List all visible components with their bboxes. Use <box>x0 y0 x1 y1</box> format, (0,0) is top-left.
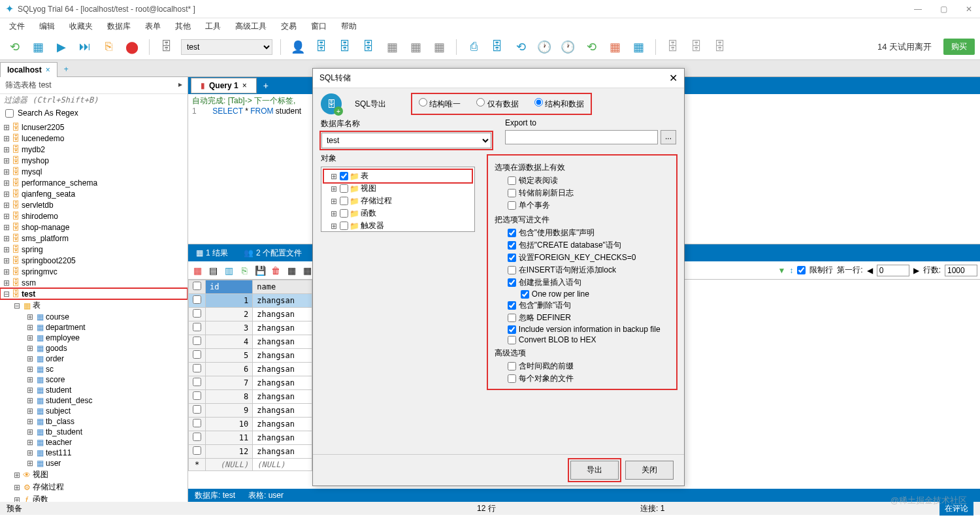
col-name[interactable]: name <box>253 280 312 294</box>
table-row[interactable]: 2zhangsan <box>189 308 312 321</box>
connection-tab-localhost[interactable]: localhost × <box>0 62 57 77</box>
import-icon[interactable]: 🗄 <box>488 38 506 56</box>
table-icon[interactable]: ▦ <box>383 38 401 56</box>
table-student[interactable]: ⊞▦ student <box>0 385 188 395</box>
table3-icon[interactable]: ▦ <box>430 38 448 56</box>
db-tool2-icon[interactable]: 🗄 <box>359 38 378 56</box>
table-user[interactable]: ⊞▦ user <box>0 458 188 468</box>
user-icon[interactable]: 👤 <box>289 38 307 56</box>
table-student_desc[interactable]: ⊞▦ student_desc <box>0 395 188 406</box>
opt-转储前刷新日志[interactable]: 转储前刷新日志 <box>495 187 670 199</box>
filter-icon[interactable]: ▼ <box>777 266 785 275</box>
opt-含时间戳的前缀[interactable]: 含时间戳的前缀 <box>495 360 670 372</box>
db-lucenedemo[interactable]: ⊞🗄 lucenedemo <box>0 133 188 144</box>
db-qianfeng_seata[interactable]: ⊞🗄 qianfeng_seata <box>0 188 188 199</box>
menu-表单[interactable]: 表单 <box>139 20 167 33</box>
table-tb_student[interactable]: ⊞▦ tb_student <box>0 427 188 437</box>
menu-收藏夹[interactable]: 收藏夹 <box>63 20 99 33</box>
table-row[interactable]: 5zhangsan <box>189 349 312 363</box>
form-view-icon[interactable]: ▤ <box>206 264 220 277</box>
query-tab-1[interactable]: ▮ Query 1 × <box>191 78 257 93</box>
schedule-icon[interactable]: 🕐 <box>535 38 553 56</box>
node-函数[interactable]: ⊞ƒ 函数 <box>0 493 188 502</box>
menu-其他[interactable]: 其他 <box>169 20 197 33</box>
layout2-icon[interactable]: ▦ <box>629 38 647 56</box>
menu-窗口[interactable]: 窗口 <box>304 20 333 33</box>
db-tool1-icon[interactable]: 🗄 <box>336 38 354 56</box>
new-query-icon[interactable]: ▦ <box>29 38 47 56</box>
save-icon[interactable]: 💾 <box>253 264 267 277</box>
grey3-icon[interactable]: 🗄 <box>711 38 729 56</box>
text-view-icon[interactable]: ▥ <box>222 264 235 277</box>
add-query-tab[interactable]: + <box>257 78 275 93</box>
close-icon[interactable]: ✕ <box>963 5 975 14</box>
result-tab-2[interactable]: 👥2 个配置文件 <box>236 245 310 261</box>
layout1-icon[interactable]: ▦ <box>606 38 624 56</box>
prev-icon[interactable]: ◀ <box>867 266 873 275</box>
obj-触发器[interactable]: ⊞ 📁 触发器 <box>324 220 472 232</box>
select-all-checkbox[interactable] <box>193 282 201 290</box>
export-button[interactable]: 导出 <box>570 461 619 480</box>
radio-0[interactable]: 结构唯一 <box>419 98 461 110</box>
db-shirodemo[interactable]: ⊞🗄 shirodemo <box>0 210 188 222</box>
db-test[interactable]: ⊟🗄 test <box>0 288 188 299</box>
obj-视图[interactable]: ⊞ 📁 视图 <box>324 182 472 195</box>
stop-icon[interactable]: ⬤ <box>123 38 141 56</box>
refresh2-icon[interactable]: ⟲ <box>582 38 600 56</box>
opt-每个对象的文件[interactable]: 每个对象的文件 <box>495 372 670 385</box>
menu-数据库[interactable]: 数据库 <box>101 20 137 33</box>
menu-交易[interactable]: 交易 <box>274 20 303 33</box>
table-goods[interactable]: ⊞▦ goods <box>0 343 188 353</box>
table-department[interactable]: ⊞▦ department <box>0 322 188 333</box>
table-row[interactable]: 8zhangsan <box>189 390 312 404</box>
obj-表[interactable]: ⊞ 📁 表 <box>324 170 472 182</box>
table-row[interactable]: 10zhangsan <box>189 418 312 431</box>
table-row[interactable]: 11zhangsan <box>189 431 312 445</box>
table-course[interactable]: ⊞▦ course <box>0 312 188 322</box>
dialog-close-icon[interactable]: ✕ <box>669 72 678 84</box>
opt-grp2[interactable]: 创建批量插入语句 <box>495 276 670 289</box>
rows-input[interactable] <box>945 265 977 276</box>
menu-高级工具[interactable]: 高级工具 <box>229 20 273 33</box>
close-button[interactable]: 关闭 <box>625 461 674 480</box>
db-sms_platform[interactable]: ⊞🗄 sms_platform <box>0 233 188 244</box>
radio-1[interactable]: 仅有数据 <box>476 98 518 110</box>
tables-node[interactable]: ⊟▦ 表 <box>0 299 188 312</box>
opt-单个事务[interactable]: 单个事务 <box>495 199 670 212</box>
export-result-icon[interactable]: ▦ <box>285 264 298 277</box>
table-row[interactable]: 1zhangsan <box>189 294 312 308</box>
node-存储过程[interactable]: ⊞⚙ 存储过程 <box>0 481 188 493</box>
opt-grp2[interactable]: Convert BLOB to HEX <box>495 335 670 345</box>
db-add-icon[interactable]: 🗄 <box>312 38 331 56</box>
table-tb_class[interactable]: ⊞▦ tb_class <box>0 416 188 427</box>
regex-checkbox[interactable] <box>5 109 14 118</box>
menu-工具[interactable]: 工具 <box>199 20 227 33</box>
col-id[interactable]: id <box>206 280 253 294</box>
minimize-icon[interactable]: — <box>911 5 924 14</box>
maximize-icon[interactable]: ▢ <box>938 5 950 14</box>
first-row-input[interactable] <box>877 265 909 276</box>
limit-checkbox[interactable] <box>797 266 806 274</box>
db-lcnuser2205[interactable]: ⊞🗄 lcnuser2205 <box>0 122 188 133</box>
more-icon[interactable]: ▦ <box>301 264 314 277</box>
opt-grp2[interactable]: 包括"CREATE database"语句 <box>495 239 670 252</box>
run-icon[interactable]: ▶ <box>52 38 71 56</box>
table-order[interactable]: ⊞▦ order <box>0 353 188 364</box>
table-row-new[interactable]: *(NULL)(NULL) <box>189 459 312 471</box>
db-myshop[interactable]: ⊞🗄 myshop <box>0 155 188 166</box>
database-select[interactable]: test <box>181 39 272 55</box>
dbname-select[interactable]: test <box>321 133 491 148</box>
schedule2-icon[interactable]: 🕐 <box>559 38 577 56</box>
table-row[interactable]: 7zhangsan <box>189 376 312 390</box>
close-query-icon[interactable]: × <box>242 81 247 90</box>
table-score[interactable]: ⊞▦ score <box>0 374 188 385</box>
db-ssm[interactable]: ⊞🗄 ssm <box>0 277 188 288</box>
obj-函数[interactable]: ⊞ 📁 函数 <box>324 207 472 220</box>
add-connection-tab[interactable]: + <box>57 62 75 76</box>
result-tab-1[interactable]: ▦1 结果 <box>188 245 236 261</box>
menu-文件[interactable]: 文件 <box>3 20 31 33</box>
table-row[interactable]: 9zhangsan <box>189 404 312 418</box>
grey1-icon[interactable]: 🗄 <box>664 38 682 56</box>
sort-icon[interactable]: ↕ <box>789 266 793 275</box>
browse-button[interactable]: ... <box>661 130 676 144</box>
